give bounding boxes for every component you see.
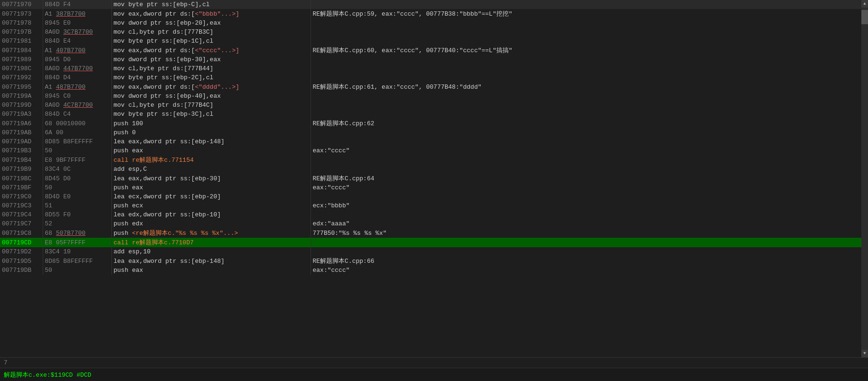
cell-comment: RE解题脚本C.cpp:66: [311, 256, 861, 266]
table-row[interactable]: 007719788945 E0mov dword ptr ss:[ebp-20]…: [0, 19, 868, 28]
cell-addr: 007719AB: [0, 128, 43, 137]
table-row[interactable]: 007719CDE8 05F7FFFFcall re解题脚本c.7710D7: [0, 238, 868, 247]
cell-comment: [311, 19, 861, 28]
cell-addr: 007719C4: [0, 210, 43, 219]
cell-comment: ecx:"bbbb": [311, 201, 861, 210]
cell-bytes: 884D C4: [43, 110, 111, 119]
table-row[interactable]: 0077199A8945 C0mov dword ptr ss:[ebp-40]…: [0, 92, 868, 101]
table-row[interactable]: 0077197B8A0D 3C7B7700mov cl,byte ptr ds:…: [0, 28, 868, 37]
main-container: 00771970884D F4mov byte ptr ss:[ebp-C],c…: [0, 0, 868, 381]
table-row[interactable]: 007719C08D4D E0lea ecx,dword ptr ss:[ebp…: [0, 192, 868, 201]
table-row[interactable]: 007719BF50push eaxeax:"cccc": [0, 183, 868, 192]
table-row[interactable]: 007719B350push eaxeax:"cccc": [0, 146, 868, 155]
cell-instr: mov cl,byte ptr ds:[777B4C]: [111, 101, 311, 110]
table-row[interactable]: 007719C752push edxedx:"aaaa": [0, 219, 868, 228]
table-row[interactable]: 00771984A1 407B7700mov eax,dword ptr ds:…: [0, 46, 868, 55]
table-row[interactable]: 007719AD8D85 B8FEFFFFlea eax,dword ptr s…: [0, 137, 868, 146]
cell-instr: mov eax,dword ptr ds:[<"cccc"...>]: [111, 46, 311, 55]
status-text: 解题脚本c.exe:$119CD #DCD: [4, 371, 91, 379]
table-row[interactable]: 007719BC8D45 D0lea eax,dword ptr ss:[ebp…: [0, 174, 868, 183]
cell-instr: add esp,C: [111, 165, 311, 174]
table-row[interactable]: 00771973A1 387B7700mov eax,dword ptr ds:…: [0, 9, 868, 19]
cell-instr: push 100: [111, 119, 311, 128]
cell-instr: mov cl,byte ptr ds:[777B3C]: [111, 28, 311, 37]
cell-instr: lea eax,dword ptr ss:[ebp-148]: [111, 256, 311, 266]
table-row[interactable]: 007719C351push ecxecx:"bbbb": [0, 201, 868, 210]
cell-comment: eax:"cccc": [311, 266, 861, 275]
cell-instr: push 0: [111, 128, 311, 137]
cell-comment: [311, 73, 861, 82]
cell-addr: 007719A6: [0, 119, 43, 128]
cell-instr: mov dword ptr ss:[ebp-40],eax: [111, 92, 311, 101]
table-row[interactable]: 007719D58D85 B8FEFFFFlea eax,dword ptr s…: [0, 256, 868, 266]
cell-addr: 007719D5: [0, 256, 43, 266]
cell-instr: mov dword ptr ss:[ebp-30],eax: [111, 55, 311, 64]
cell-bytes: 68 507B7700: [43, 228, 111, 238]
table-row[interactable]: 007719D283C4 10add esp,10: [0, 247, 868, 256]
table-row[interactable]: 007719898945 D0mov dword ptr ss:[ebp-30]…: [0, 55, 868, 64]
table-row[interactable]: 007719B983C4 0Cadd esp,C: [0, 165, 868, 174]
cell-instr: mov eax,dword ptr ds:[<"dddd"...>]: [111, 82, 311, 92]
table-row[interactable]: 00771970884D F4mov byte ptr ss:[ebp-C],c…: [0, 0, 868, 9]
cell-addr: 007719A3: [0, 110, 43, 119]
cell-addr: 0077199A: [0, 92, 43, 101]
cell-instr: mov byte ptr ss:[ebp-3C],cl: [111, 110, 311, 119]
table-row[interactable]: 007719A3884D C4mov byte ptr ss:[ebp-3C],…: [0, 110, 868, 119]
cell-addr: 007719B3: [0, 146, 43, 155]
cell-addr: 00771978: [0, 19, 43, 28]
table-row[interactable]: 007719C48D55 F0lea edx,dword ptr ss:[ebp…: [0, 210, 868, 219]
scroll-down-arrow[interactable]: ▼: [861, 350, 868, 357]
cell-addr: 00771981: [0, 37, 43, 46]
cell-comment: [311, 0, 861, 9]
cell-addr: 00771970: [0, 0, 43, 9]
cell-bytes: 884D D4: [43, 73, 111, 82]
cell-comment: [311, 137, 861, 146]
cell-bytes: E8 05F7FFFF: [43, 238, 111, 247]
cell-instr: mov byte ptr ss:[ebp-1C],cl: [111, 37, 311, 46]
vertical-scrollbar[interactable]: ▲ ▼: [861, 0, 868, 357]
cell-comment: [311, 128, 861, 137]
cell-bytes: 51: [43, 201, 111, 210]
table-row[interactable]: 00771995A1 487B7700mov eax,dword ptr ds:…: [0, 82, 868, 92]
cell-comment: [311, 92, 861, 101]
cell-addr: 007719C8: [0, 228, 43, 238]
cell-instr: mov cl,byte ptr ds:[777B44]: [111, 64, 311, 73]
cell-bytes: 884D F4: [43, 0, 111, 9]
cell-addr: 00771995: [0, 82, 43, 92]
cell-instr: lea edx,dword ptr ss:[ebp-10]: [111, 210, 311, 219]
cell-addr: 007719DB: [0, 266, 43, 275]
cell-instr: push ecx: [111, 201, 311, 210]
cell-instr: push eax: [111, 146, 311, 155]
cell-bytes: 884D E4: [43, 37, 111, 46]
cell-comment: [311, 192, 861, 201]
table-row[interactable]: 007719AB6A 00push 0: [0, 128, 868, 137]
cell-bytes: 8D85 B8FEFFFF: [43, 256, 111, 266]
cell-instr: call re解题脚本c.771154: [111, 155, 311, 165]
table-row[interactable]: 0077198C8A0D 447B7700mov cl,byte ptr ds:…: [0, 64, 868, 73]
cell-bytes: 50: [43, 266, 111, 275]
cell-addr: 0077199D: [0, 101, 43, 110]
cell-bytes: 83C4 10: [43, 247, 111, 256]
cell-instr: mov eax,dword ptr ds:[<"bbbb"...>]: [111, 9, 311, 19]
table-row[interactable]: 007719B4E8 9BF7FFFFcall re解题脚本c.771154: [0, 155, 868, 165]
cell-bytes: 68 00010000: [43, 119, 111, 128]
line-number: 7: [4, 359, 8, 366]
table-row[interactable]: 007719A668 00010000push 100RE解题脚本C.cpp:6…: [0, 119, 868, 128]
cell-comment: edx:"aaaa": [311, 219, 861, 228]
cell-bytes: E8 9BF7FFFF: [43, 155, 111, 165]
cell-instr: push edx: [111, 219, 311, 228]
cell-bytes: 6A 00: [43, 128, 111, 137]
table-row[interactable]: 00771992884D D4mov byte ptr ss:[ebp-2C],…: [0, 73, 868, 82]
cell-bytes: 8945 D0: [43, 55, 111, 64]
table-row[interactable]: 007719C868 507B7700push <re解题脚本c."%s %s …: [0, 228, 868, 238]
scroll-up-arrow[interactable]: ▲: [861, 0, 868, 8]
cell-instr: mov byte ptr ss:[ebp-2C],cl: [111, 73, 311, 82]
cell-bytes: 8D45 D0: [43, 174, 111, 183]
disasm-table: 00771970884D F4mov byte ptr ss:[ebp-C],c…: [0, 0, 868, 275]
cell-instr: push eax: [111, 183, 311, 192]
scroll-track: [861, 8, 868, 350]
scroll-thumb[interactable]: [861, 10, 868, 24]
table-row[interactable]: 00771981884D E4mov byte ptr ss:[ebp-1C],…: [0, 37, 868, 46]
table-row[interactable]: 0077199D8A0D 4C7B7700mov cl,byte ptr ds:…: [0, 101, 868, 110]
table-row[interactable]: 007719DB50push eaxeax:"cccc": [0, 266, 868, 275]
